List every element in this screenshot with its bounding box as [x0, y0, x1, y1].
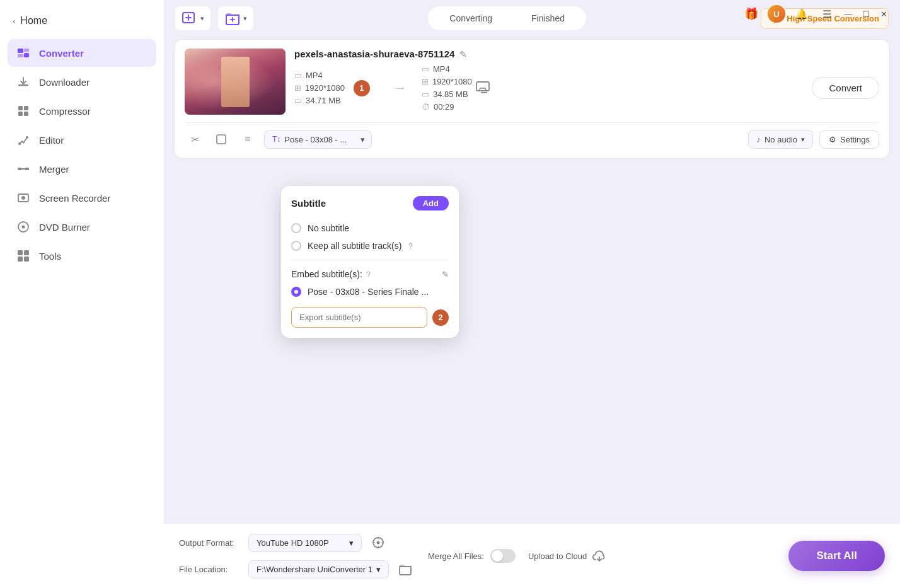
keep-all-radio: [291, 241, 301, 251]
minimize-button[interactable]: —: [843, 9, 853, 19]
arrow-section: →: [379, 81, 422, 95]
target-size: ▭ 34.85 MB: [422, 89, 472, 99]
downloader-icon: [16, 75, 30, 89]
menu-icon[interactable]: ☰: [818, 5, 836, 23]
audio-chevron-icon: ▾: [801, 135, 805, 144]
sidebar-item-compressor[interactable]: Compressor: [8, 97, 156, 125]
tab-converting[interactable]: Converting: [430, 9, 511, 28]
main-content: ▾ ▾ Converting Finished ⚡ High Speed Con…: [164, 0, 900, 588]
subtitle-dropdown-panel: Subtitle Add No subtitle Keep all subtit…: [281, 186, 459, 338]
sidebar-editor-label: Editor: [39, 135, 64, 146]
step-2-badge: 2: [432, 309, 449, 326]
crop-tool-button[interactable]: [211, 129, 231, 149]
sidebar-item-dvd-burner[interactable]: DVD Burner: [8, 213, 156, 241]
settings-button[interactable]: ⚙ Settings: [819, 130, 879, 149]
embed-label: Embed subtitle(s):: [291, 269, 362, 279]
settings-label: Settings: [840, 135, 870, 144]
embed-help-icon[interactable]: ?: [366, 270, 371, 279]
keep-all-help-icon[interactable]: ?: [408, 241, 412, 251]
audio-track-label: No audio: [764, 135, 797, 144]
embed-subtitle-item[interactable]: Pose - 03x08 - Series Finale ...: [291, 283, 449, 301]
size-icon: ▭: [294, 96, 302, 105]
source-size-value: 34.71 MB: [306, 96, 341, 105]
upload-cloud-button[interactable]: Upload to Cloud: [528, 550, 607, 562]
merge-toggle[interactable]: [490, 549, 516, 563]
target-resolution-icon: ⊞: [422, 77, 429, 86]
start-all-button[interactable]: Start All: [788, 541, 885, 571]
embed-edit-icon[interactable]: ✎: [442, 270, 449, 279]
close-button[interactable]: ✕: [879, 9, 889, 19]
export-subtitle-input[interactable]: [291, 307, 427, 328]
user-avatar[interactable]: U: [768, 5, 785, 23]
source-format: ▭ MP4: [294, 71, 345, 80]
sidebar-item-screen-recorder[interactable]: Screen Recorder: [8, 184, 156, 212]
svg-point-10: [18, 142, 21, 145]
svg-rect-11: [18, 168, 21, 170]
sidebar-item-tools[interactable]: Tools: [8, 242, 156, 270]
output-format-value: YouTube HD 1080P: [257, 538, 329, 548]
target-resolution: ⊞ 1920*1080: [422, 77, 472, 86]
add-folder-button[interactable]: ▾: [218, 6, 253, 30]
source-size: ▭ 34.71 MB: [294, 96, 345, 105]
upload-cloud-label: Upload to Cloud: [528, 551, 587, 561]
svg-rect-12: [25, 168, 29, 170]
svg-rect-6: [24, 106, 28, 110]
audio-selector[interactable]: ♪ No audio ▾: [748, 130, 813, 149]
format-settings-button[interactable]: [472, 76, 496, 100]
converter-icon: [16, 46, 30, 60]
subtitle-label: T↕ Pose - 03x08 - ...: [264, 130, 354, 149]
target-format-value: MP4: [433, 64, 450, 74]
sidebar-item-converter[interactable]: Converter: [8, 39, 156, 67]
effects-tool-button[interactable]: ≡: [238, 129, 258, 149]
filename-edit-icon[interactable]: ✎: [459, 49, 467, 59]
svg-rect-4: [18, 84, 28, 86]
dropdown-header: Subtitle Add: [291, 196, 449, 210]
content-area: pexels-anastasia-shuraeva-8751124 ✎ ▭ MP…: [164, 34, 900, 523]
file-name: pexels-anastasia-shuraeva-8751124: [294, 49, 454, 59]
home-nav[interactable]: ‹ Home: [0, 6, 164, 35]
merger-icon: [16, 162, 30, 176]
svg-rect-1: [18, 54, 23, 57]
subtitle-dropdown-button[interactable]: ▾: [354, 130, 372, 149]
svg-rect-7: [18, 112, 23, 116]
file-card-bottom: ✂ ≡ T↕ Pose - 03x08 - ... ▾ ♪ No a: [185, 122, 879, 149]
file-name-row: pexels-anastasia-shuraeva-8751124 ✎: [294, 49, 879, 59]
file-card-top: pexels-anastasia-shuraeva-8751124 ✎ ▭ MP…: [185, 49, 879, 115]
file-info: pexels-anastasia-shuraeva-8751124 ✎ ▭ MP…: [294, 49, 879, 112]
output-format-select[interactable]: YouTube HD 1080P ▾: [248, 534, 362, 552]
sidebar-compressor-label: Compressor: [39, 106, 91, 117]
add-folder-chevron-icon: ▾: [243, 14, 247, 23]
sidebar-item-downloader[interactable]: Downloader: [8, 68, 156, 96]
convert-button[interactable]: Convert: [812, 77, 879, 99]
sidebar-item-merger[interactable]: Merger: [8, 155, 156, 183]
file-location-select[interactable]: F:\Wondershare UniConverter 1 ▾: [248, 560, 389, 579]
target-size-value: 34.85 MB: [433, 89, 468, 99]
tab-finished[interactable]: Finished: [512, 9, 584, 28]
embed-row: Embed subtitle(s): ? ✎: [291, 265, 449, 283]
editor-icon: [16, 133, 30, 147]
output-settings-button[interactable]: [368, 533, 388, 553]
subtitle-track-label: Pose - 03x08 - ...: [284, 135, 347, 144]
svg-rect-22: [476, 82, 489, 91]
source-resolution-value: 1920*1080: [305, 83, 345, 93]
gift-icon[interactable]: 🎁: [742, 5, 760, 23]
duration-icon: ⏱: [422, 102, 430, 112]
add-file-button[interactable]: ▾: [175, 6, 211, 30]
settings-icon: ⚙: [829, 135, 836, 144]
no-subtitle-option[interactable]: No subtitle: [291, 219, 449, 237]
notification-icon[interactable]: 🔔: [793, 5, 811, 23]
maximize-button[interactable]: ☐: [861, 9, 871, 19]
bottom-bar: Output Format: YouTube HD 1080P ▾ File L…: [164, 523, 900, 588]
browse-folder-button[interactable]: [395, 559, 415, 579]
target-size-icon: ▭: [422, 89, 429, 99]
source-meta: ▭ MP4 ⊞ 1920*1080 ▭ 34.71 MB: [294, 71, 345, 105]
add-subtitle-button[interactable]: Add: [413, 196, 449, 210]
target-duration-value: 00:29: [434, 102, 454, 112]
dvd-burner-icon: [16, 220, 30, 234]
target-format: ▭ MP4: [422, 64, 472, 74]
embed-subtitle-radio: [291, 287, 301, 297]
svg-rect-8: [24, 112, 28, 116]
keep-all-subtitle-option[interactable]: Keep all subtitle track(s) ?: [291, 237, 449, 255]
sidebar-item-editor[interactable]: Editor: [8, 126, 156, 154]
cut-tool-button[interactable]: ✂: [185, 129, 205, 149]
